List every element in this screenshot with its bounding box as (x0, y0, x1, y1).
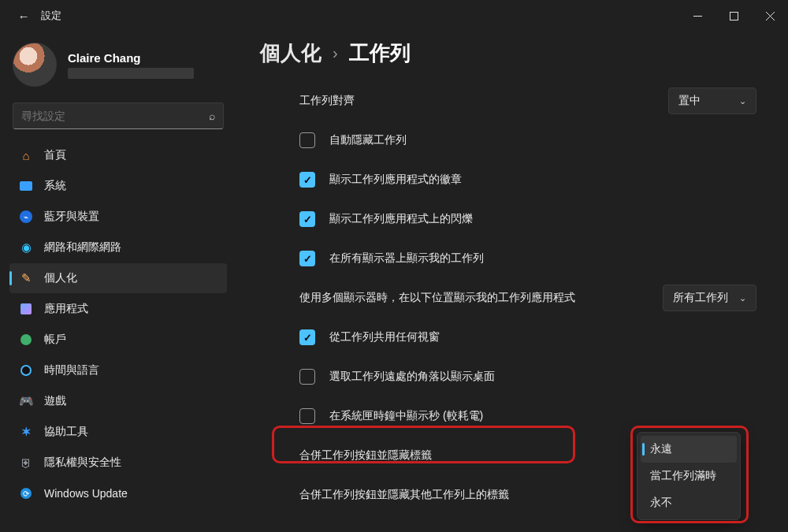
breadcrumb-parent[interactable]: 個人化 (260, 39, 322, 67)
brush-icon: ✎ (19, 271, 33, 285)
sidebar-item-label: 網路和網際網路 (44, 240, 121, 255)
sidebar-item-label: 系統 (44, 179, 66, 193)
clock-icon (19, 363, 33, 378)
sidebar-item-time[interactable]: 時間與語言 (9, 355, 227, 385)
checkbox-autohide[interactable] (299, 132, 315, 148)
account-icon (19, 333, 33, 347)
setting-label: 顯示工作列應用程式上的閃爍 (329, 212, 756, 226)
maximize-button[interactable] (716, 0, 752, 32)
sidebar-item-label: Windows Update (44, 487, 128, 500)
sidebar-item-home[interactable]: ⌂首頁 (9, 140, 227, 170)
sidebar-item-label: 時間與語言 (44, 363, 99, 378)
sidebar-item-gaming[interactable]: 🎮遊戲 (9, 386, 227, 416)
setting-label: 工作列對齊 (299, 94, 668, 108)
checkbox-all-displays[interactable] (299, 251, 315, 266)
user-name: Claire Chang (68, 51, 194, 65)
row-flash: 顯示工作列應用程式上的閃爍 (260, 199, 764, 239)
window-controls (679, 0, 788, 32)
accessibility-icon: ✶ (19, 425, 33, 439)
bluetooth-icon: ⌁ (19, 210, 33, 224)
sidebar-item-label: 個人化 (44, 271, 77, 285)
combo-multidisplay[interactable]: 所有工作列 ⌄ (663, 285, 756, 311)
back-button[interactable]: ← (9, 9, 38, 23)
combo-alignment[interactable]: 置中 ⌄ (668, 87, 756, 114)
sidebar-item-label: 遊戲 (44, 394, 66, 408)
sidebar-item-update[interactable]: ⟳Windows Update (9, 478, 227, 508)
sidebar-item-personalization[interactable]: ✎個人化 (9, 263, 227, 293)
row-badges: 顯示工作列應用程式的徽章 (260, 160, 764, 199)
menu-item-when-full[interactable]: 當工作列滿時 (641, 463, 737, 489)
setting-label: 選取工作列遠處的角落以顯示桌面 (329, 370, 756, 384)
close-button[interactable] (752, 0, 788, 32)
row-share: 從工作列共用任何視窗 (260, 318, 764, 357)
sidebar-item-label: 首頁 (44, 148, 66, 162)
search-input[interactable]: ⌕ (13, 102, 224, 129)
sidebar-item-label: 協助工具 (44, 425, 88, 439)
combo-value: 置中 (678, 94, 701, 108)
row-multidisplay-apps: 使用多個顯示器時，在以下位置顯示我的工作列應用程式 所有工作列 ⌄ (260, 278, 764, 318)
update-icon: ⟳ (19, 486, 33, 500)
checkbox-far-corner[interactable] (299, 369, 315, 385)
chevron-down-icon: ⌄ (739, 96, 746, 106)
avatar (13, 43, 57, 87)
row-far-corner: 選取工作列遠處的角落以顯示桌面 (260, 357, 764, 396)
sidebar-item-system[interactable]: 系統 (9, 171, 227, 201)
chevron-right-icon: › (333, 44, 338, 62)
setting-label: 自動隱藏工作列 (329, 133, 756, 147)
breadcrumb: 個人化 › 工作列 (260, 39, 764, 67)
combine-dropdown-menu[interactable]: 永遠 當工作列滿時 永不 (637, 432, 741, 520)
sidebar-item-accessibility[interactable]: ✶協助工具 (9, 417, 227, 447)
system-icon (19, 179, 33, 193)
checkbox-badges[interactable] (299, 172, 315, 188)
sidebar-item-label: 藍牙與裝置 (44, 210, 99, 224)
menu-item-always[interactable]: 永遠 (641, 436, 737, 463)
sidebar-item-apps[interactable]: 應用程式 (9, 294, 227, 324)
sidebar-item-bluetooth[interactable]: ⌁藍牙與裝置 (9, 202, 227, 232)
apps-icon (19, 302, 33, 316)
window-title: 設定 (41, 9, 61, 23)
nav: ⌂首頁 系統 ⌁藍牙與裝置 ◉網路和網際網路 ✎個人化 應用程式 帳戶 時間與語… (5, 140, 232, 508)
row-taskbar-alignment: 工作列對齊 置中 ⌄ (260, 81, 764, 121)
combo-value: 所有工作列 (673, 291, 728, 305)
sidebar-item-accounts[interactable]: 帳戶 (9, 325, 227, 355)
minimize-button[interactable] (679, 0, 716, 32)
user-block[interactable]: Claire Chang (5, 39, 232, 102)
titlebar: ← 設定 (0, 0, 788, 32)
shield-icon: ⛨ (19, 456, 33, 470)
user-sub-redacted (68, 68, 194, 79)
home-icon: ⌂ (19, 148, 33, 162)
setting-label: 在所有顯示器上顯示我的工作列 (329, 251, 756, 266)
search-field[interactable] (21, 110, 209, 122)
menu-item-never[interactable]: 永不 (641, 489, 737, 516)
setting-label: 在系統匣時鐘中顯示秒 (較耗電) (329, 409, 756, 423)
sidebar-item-label: 隱私權與安全性 (44, 456, 121, 470)
setting-label: 顯示工作列應用程式的徽章 (329, 173, 756, 187)
setting-label: 從工作列共用任何視窗 (329, 330, 756, 344)
menu-item-label: 永遠 (650, 442, 672, 456)
chevron-down-icon: ⌄ (739, 293, 746, 303)
sidebar-item-privacy[interactable]: ⛨隱私權與安全性 (9, 448, 227, 478)
checkbox-flash[interactable] (299, 211, 315, 227)
sidebar-item-label: 帳戶 (44, 333, 66, 347)
row-autohide: 自動隱藏工作列 (260, 121, 764, 160)
wifi-icon: ◉ (19, 240, 33, 255)
gamepad-icon: 🎮 (19, 394, 33, 408)
sidebar-item-label: 應用程式 (44, 302, 88, 316)
svg-rect-1 (730, 12, 738, 20)
checkbox-share[interactable] (299, 329, 315, 345)
row-seconds: 在系統匣時鐘中顯示秒 (較耗電) (260, 396, 764, 436)
menu-item-label: 永不 (650, 496, 672, 510)
menu-item-label: 當工作列滿時 (650, 469, 716, 483)
row-all-displays: 在所有顯示器上顯示我的工作列 (260, 239, 764, 278)
setting-label: 使用多個顯示器時，在以下位置顯示我的工作列應用程式 (299, 291, 663, 305)
sidebar: Claire Chang ⌕ ⌂首頁 系統 ⌁藍牙與裝置 ◉網路和網際網路 ✎個… (0, 32, 236, 532)
breadcrumb-current: 工作列 (349, 39, 411, 67)
search-icon: ⌕ (209, 110, 215, 122)
checkbox-seconds[interactable] (299, 408, 315, 424)
sidebar-item-network[interactable]: ◉網路和網際網路 (9, 233, 227, 262)
